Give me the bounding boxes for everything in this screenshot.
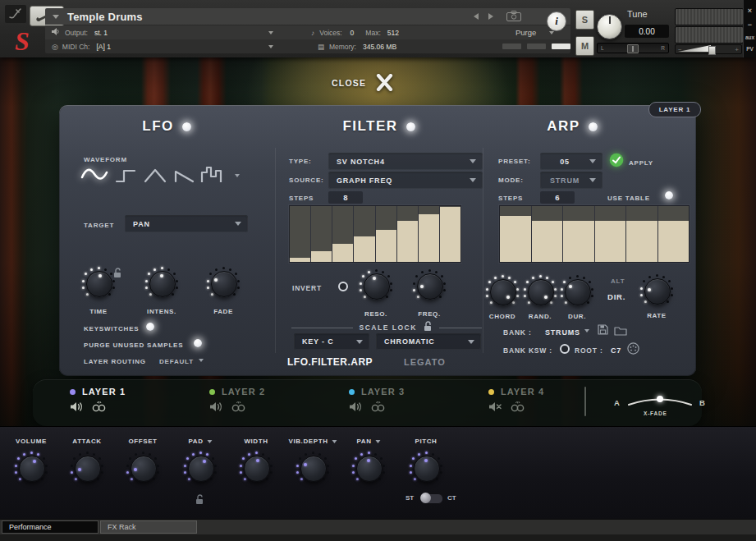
arp-direction-value[interactable]: ALT (611, 277, 625, 285)
attack-knob[interactable] (70, 451, 104, 485)
tab-legato[interactable]: LEGATO (404, 357, 446, 367)
layer-speaker-icon[interactable] (70, 401, 84, 415)
instrument-collapse-caret[interactable] (53, 15, 59, 19)
next-instrument-arrow-icon[interactable] (488, 13, 493, 20)
pan-dropdown-caret[interactable] (376, 440, 381, 443)
arp-preset-dropdown[interactable]: 05 (540, 153, 603, 170)
info-button[interactable]: i (547, 11, 566, 31)
arp-random-knob[interactable] (523, 274, 557, 309)
tune-value[interactable]: 0.00 (625, 25, 669, 38)
filter-type-dropdown[interactable]: SV NOTCH4 (328, 153, 483, 170)
filter-step-graph[interactable] (289, 205, 461, 263)
tab-performance[interactable]: Performance (2, 520, 99, 534)
filter-frequency-knob[interactable] (412, 268, 447, 303)
layer-2-selector[interactable]: LAYER 2 (209, 387, 332, 415)
scale-key-value: KEY - C (294, 337, 356, 346)
use-table-led-toggle[interactable] (665, 191, 673, 199)
filter-resonance-knob[interactable] (359, 268, 393, 303)
lfo-target-dropdown[interactable]: PAN (125, 215, 248, 232)
speaker-muted-icon[interactable] (488, 401, 502, 415)
layer-4-selector[interactable]: LAYER 4 (488, 387, 612, 415)
root-value[interactable]: C7 (611, 346, 621, 355)
mute-button[interactable]: M (575, 36, 594, 56)
lfo-fade-knob[interactable] (206, 266, 241, 300)
layer-1-selector[interactable]: LAYER 1 (70, 387, 193, 415)
output-value[interactable]: st. 1 (94, 29, 108, 37)
layer-speaker-icon[interactable] (209, 401, 223, 415)
volume-knob[interactable] (14, 451, 48, 485)
layer-speaker-icon[interactable] (349, 401, 363, 415)
solo-button[interactable]: S (575, 10, 594, 30)
snapshot-camera-icon[interactable] (506, 11, 521, 23)
midi-value[interactable]: [A] 1 (96, 43, 110, 51)
purge-unused-led-toggle[interactable] (194, 339, 202, 347)
scale-type-dropdown[interactable]: CHROMATIC (376, 333, 481, 350)
waveform-random-button[interactable] (200, 164, 227, 186)
arp-steps-value[interactable]: 6 (540, 191, 575, 204)
tune-knob[interactable] (597, 14, 622, 39)
pv-button[interactable]: PV (746, 46, 754, 52)
prev-instrument-arrow-icon[interactable] (474, 13, 479, 20)
bank-dropdown-caret[interactable] (584, 329, 589, 332)
waveform-triangle-button[interactable] (143, 167, 167, 184)
arp-velocity-table[interactable] (499, 205, 690, 263)
pad-unlock-icon[interactable] (195, 493, 204, 508)
layer-link-icon[interactable] (370, 401, 386, 415)
layer-link-icon[interactable] (510, 401, 525, 415)
waveform-square-button[interactable] (115, 167, 138, 184)
lfo-time-knob[interactable] (81, 266, 116, 300)
bank-ksw-ring-toggle[interactable] (560, 344, 570, 354)
arp-mode-dropdown[interactable]: STRUM (540, 172, 603, 189)
apply-check-button[interactable] (609, 153, 624, 171)
arp-direction-label[interactable]: DIR. (607, 292, 625, 301)
aux-button[interactable]: aux (745, 34, 754, 40)
lfo-power-led[interactable] (182, 122, 191, 131)
layer-link-icon[interactable] (91, 401, 107, 415)
pan-slider[interactable]: L R (597, 43, 669, 53)
pan-slider-handle[interactable] (627, 44, 639, 53)
st-ct-toggle[interactable] (420, 493, 443, 504)
midi-dropdown-caret[interactable] (268, 45, 273, 48)
instrument-title-row[interactable]: Temple Drums (45, 8, 570, 25)
keyswitches-led-toggle[interactable] (146, 323, 154, 331)
minimize-window-button[interactable]: − (748, 21, 752, 29)
close-window-button[interactable]: × (748, 7, 752, 15)
volume-slider[interactable]: − + (675, 44, 742, 54)
bank-value[interactable]: STRUMS (545, 328, 580, 337)
scale-key-dropdown[interactable]: KEY - C (294, 333, 369, 350)
filter-source-dropdown[interactable]: GRAPH FREQ (328, 172, 483, 189)
layer-routing-value[interactable]: DEFAULT (159, 358, 194, 365)
pan-knob[interactable] (351, 451, 386, 485)
waveform-sine-button[interactable] (79, 161, 110, 187)
tab-fx-rack[interactable]: FX Rack (100, 520, 197, 534)
pad-dropdown-caret[interactable] (208, 440, 213, 443)
output-row: Output: st. 1 ♪ Voices: 0 Max: 512 (45, 25, 570, 39)
pitch-knob[interactable] (409, 451, 443, 485)
filter-steps-value[interactable]: 8 (328, 191, 363, 204)
close-overlay-button[interactable]: CLOSE (332, 74, 394, 91)
bank-load-folder-icon[interactable] (614, 324, 627, 339)
pad-knob[interactable] (183, 451, 218, 485)
arp-power-led[interactable] (589, 122, 598, 131)
vib-depth-knob[interactable] (296, 451, 330, 485)
layer-3-selector[interactable]: LAYER 3 (349, 387, 472, 415)
volume-slider-handle[interactable] (708, 46, 716, 55)
vib-depth-dropdown-caret[interactable] (332, 440, 337, 443)
arp-duration-knob[interactable] (560, 274, 594, 309)
tab-lfo-filter-arp[interactable]: LFO.FILTER.ARP (287, 356, 373, 368)
waveform-dropdown-caret[interactable] (235, 174, 240, 177)
waveform-saw-button[interactable] (172, 167, 195, 184)
layer-link-icon[interactable] (231, 401, 246, 415)
offset-knob[interactable] (126, 451, 160, 485)
output-dropdown-caret[interactable] (268, 31, 273, 34)
lfo-intensity-knob[interactable] (144, 266, 179, 300)
invert-ring-toggle[interactable] (338, 282, 348, 291)
arp-rate-knob[interactable] (639, 273, 674, 308)
layer-routing-caret[interactable] (199, 359, 204, 362)
filter-power-led[interactable] (406, 122, 415, 131)
width-knob[interactable] (239, 451, 273, 485)
midi-connector-icon[interactable] (627, 342, 639, 358)
arp-chord-knob[interactable] (485, 274, 520, 309)
bank-save-icon[interactable] (598, 323, 608, 338)
time-unlock-icon[interactable] (113, 267, 122, 282)
